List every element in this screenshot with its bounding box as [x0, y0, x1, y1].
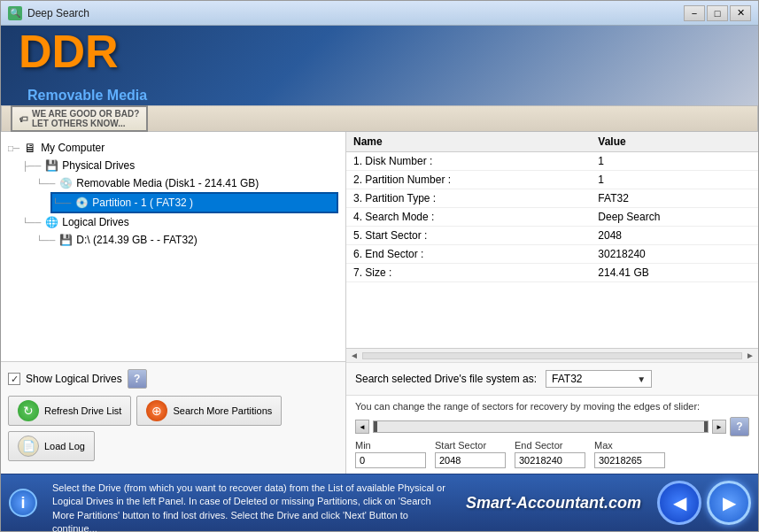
d-drive-icon: 💾 — [58, 233, 73, 247]
tree-connector: □─ — [8, 143, 19, 153]
main-content: □─ 🖥 My Computer ├── 💾 Physical Drives └… — [1, 132, 758, 474]
tree-item-d-drive[interactable]: └── 💾 D:\ (214.39 GB - - FAT32) — [36, 231, 338, 249]
prop-name: 6. End Sector : — [346, 245, 591, 264]
tree-item-my-computer[interactable]: □─ 🖥 My Computer — [8, 139, 338, 157]
max-input[interactable] — [594, 452, 665, 468]
fs-value: FAT32 — [552, 373, 582, 385]
min-input[interactable] — [355, 452, 426, 468]
fs-dropdown[interactable]: FAT32 ▼ — [546, 370, 652, 388]
prop-name: 2. Partition Number : — [346, 171, 591, 189]
prop-value: 30218240 — [591, 245, 758, 264]
header: DDR Removable Media — [1, 26, 758, 105]
logical-drives-icon: 🌐 — [44, 215, 58, 229]
watermark-area: Smart-Accountant.com — [457, 474, 650, 531]
tree-item-removable-media[interactable]: └── 💿 Removable Media (Disk1 - 214.41 GB… — [36, 174, 338, 192]
info-icon: i — [9, 489, 37, 517]
scroll-left[interactable]: ◄ — [350, 351, 359, 360]
tree-item-partition1[interactable]: └── 💿 Partition - 1 ( FAT32 ) — [50, 192, 338, 213]
table-row: 3. Partition Type :FAT32 — [346, 189, 758, 208]
show-logical-label: Show Logical Drives — [26, 373, 122, 385]
sector-desc: You can change the range of sectors for … — [355, 401, 749, 412]
start-sector-input[interactable] — [435, 452, 506, 468]
fs-label: Search selected Drive's file system as: — [355, 373, 537, 385]
table-row: 2. Partition Number :1 — [346, 171, 758, 189]
min-field: Min — [355, 440, 426, 468]
scroll-right[interactable]: ► — [746, 351, 755, 360]
tree-label-d-drive: D:\ (214.39 GB - - FAT32) — [76, 234, 197, 246]
header-text-group: DDR Removable Media — [19, 28, 147, 104]
col-value: Value — [591, 132, 758, 152]
prop-value: 2048 — [591, 227, 758, 245]
help-button-sector[interactable]: ? — [730, 417, 749, 436]
col-name: Name — [346, 132, 591, 152]
app-logo: DDR — [19, 28, 147, 74]
tree-label-physical-drives: Physical Drives — [62, 159, 135, 172]
slider-thumb-right — [704, 421, 708, 432]
slider-track[interactable] — [373, 420, 709, 433]
tree-connector: └── — [36, 179, 55, 189]
max-label: Max — [594, 440, 665, 451]
max-field: Max — [594, 440, 665, 468]
prop-name: 7. Size : — [346, 264, 591, 282]
app-subtitle: Removable Media — [27, 88, 147, 104]
computer-icon: 🖥 — [23, 141, 37, 155]
rating-line2: LET OTHERS KNOW... — [32, 119, 139, 128]
table-row: 4. Search Mode :Deep Search — [346, 208, 758, 227]
end-sector-field: End Sector — [515, 440, 585, 468]
search-partitions-button[interactable]: ⊕ Search More Partitions — [136, 396, 282, 426]
status-icon-area: i — [1, 474, 45, 531]
watermark-text: Smart-Accountant.com — [466, 494, 641, 513]
help-button-logical[interactable]: ? — [128, 369, 147, 389]
end-sector-input[interactable] — [515, 452, 585, 468]
table-row: 6. End Sector :30218240 — [346, 245, 758, 264]
min-label: Min — [355, 440, 426, 451]
status-text: Select the Drive (from which you want to… — [45, 474, 457, 531]
next-button[interactable]: ▶ — [707, 481, 751, 525]
prop-value: 1 — [591, 152, 758, 171]
title-bar-controls: − □ ✕ — [684, 5, 751, 21]
table-row: 7. Size :214.41 GB — [346, 264, 758, 282]
slider-right-btn[interactable]: ► — [712, 420, 726, 434]
dropdown-arrow-icon: ▼ — [637, 374, 646, 384]
tree-item-logical-drives[interactable]: └── 🌐 Logical Drives — [22, 213, 338, 231]
show-logical-row: Show Logical Drives ? — [8, 369, 338, 389]
tree-label-partition1: Partition - 1 ( FAT32 ) — [92, 197, 193, 209]
load-log-button[interactable]: 📄 Load Log — [8, 431, 95, 461]
close-button[interactable]: ✕ — [730, 5, 751, 21]
physical-drives-icon: 💾 — [44, 158, 58, 173]
prop-value: 214.41 GB — [591, 264, 758, 282]
search-partitions-icon: ⊕ — [146, 400, 167, 421]
refresh-drive-button[interactable]: ↻ Refresh Drive List — [8, 396, 131, 426]
show-logical-checkbox[interactable] — [8, 373, 20, 385]
left-panel: □─ 🖥 My Computer ├── 💾 Physical Drives └… — [1, 132, 346, 474]
prop-name: 4. Search Mode : — [346, 208, 591, 227]
title-bar-left: 🔍 Deep Search — [8, 6, 89, 20]
slider-left-btn[interactable]: ◄ — [355, 420, 369, 434]
prop-name: 3. Partition Type : — [346, 189, 591, 208]
prop-name: 5. Start Sector : — [346, 227, 591, 245]
tree-label-my-computer: My Computer — [41, 142, 105, 154]
refresh-icon: ↻ — [18, 400, 39, 421]
scroll-indicator: ◄ ► — [346, 348, 758, 362]
rating-line1: WE ARE GOOD OR BAD? — [32, 109, 139, 119]
title-bar: 🔍 Deep Search − □ ✕ — [1, 1, 758, 26]
table-row: 1. Disk Number :1 — [346, 152, 758, 171]
maximize-button[interactable]: □ — [707, 5, 728, 21]
minimize-button[interactable]: − — [684, 5, 705, 21]
tree-area: □─ 🖥 My Computer ├── 💾 Physical Drives └… — [1, 132, 345, 361]
rating-badge[interactable]: 🏷 WE ARE GOOD OR BAD? LET OTHERS KNOW... — [11, 105, 148, 132]
prop-name: 1. Disk Number : — [346, 152, 591, 171]
tree-label-logical-drives: Logical Drives — [62, 216, 128, 228]
status-bar: i Select the Drive (from which you want … — [1, 474, 758, 531]
table-row: 5. Start Sector :2048 — [346, 227, 758, 245]
partition-icon: 💿 — [74, 196, 89, 210]
prev-button[interactable]: ◀ — [657, 481, 701, 525]
btn-row-2: 📄 Load Log — [8, 431, 338, 461]
end-sector-label: End Sector — [515, 440, 585, 451]
load-log-icon: 📄 — [18, 436, 39, 457]
properties-table: Name Value 1. Disk Number :12. Partition… — [346, 132, 758, 348]
slider-thumb-left — [374, 421, 377, 432]
tree-item-physical-drives[interactable]: ├── 💾 Physical Drives — [22, 157, 338, 174]
start-sector-label: Start Sector — [435, 440, 506, 451]
refresh-label: Refresh Drive List — [44, 405, 121, 416]
